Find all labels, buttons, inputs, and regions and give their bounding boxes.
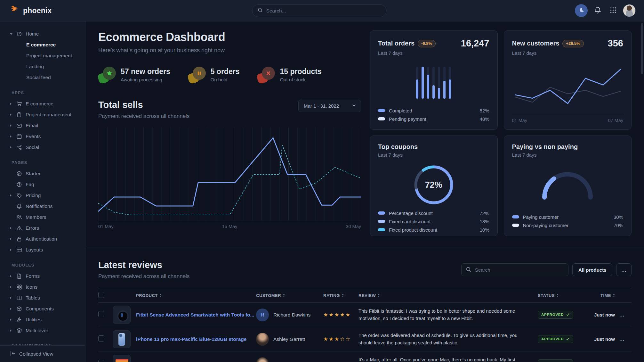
main-content: Ecommerce Dashboard Here's what's going … — [85, 21, 644, 362]
global-search[interactable] — [252, 4, 387, 17]
x-start-label: 01 May — [512, 118, 527, 123]
column-header-customer[interactable]: CUSTOMER — [256, 293, 281, 298]
total-sells-subtitle: Payment received across all channels — [98, 113, 189, 119]
table-row: Fitbit Sense Advanced Smartwatch with To… — [98, 303, 632, 327]
caret-right-icon — [10, 146, 13, 149]
sidebar-item-authentication[interactable]: Authentication — [10, 234, 85, 244]
order-bar — [443, 67, 446, 99]
box-icon — [16, 306, 22, 312]
layout-icon — [16, 247, 22, 253]
sidebar-item-errors[interactable]: Errors — [10, 223, 85, 234]
paying-gauge-chart — [540, 169, 595, 201]
row-more-button[interactable]: ... — [619, 361, 626, 362]
sidebar-item-members[interactable]: Members — [10, 212, 85, 223]
sort-icon — [378, 294, 380, 297]
caret-right-icon — [10, 124, 13, 127]
sidebar-item-components[interactable]: Components — [10, 303, 85, 314]
sidebar-item-layouts[interactable]: Layouts — [10, 244, 85, 255]
column-header-time[interactable]: TIME — [600, 293, 611, 298]
card-period: Last 7 days — [512, 50, 624, 56]
caret-right-icon — [10, 318, 13, 321]
tag-icon — [16, 193, 22, 198]
sidebar-item-home[interactable]: Home — [10, 29, 85, 39]
new-customers-value: 356 — [608, 38, 623, 49]
row-more-button[interactable]: ... — [619, 336, 626, 342]
reviews-search-input[interactable] — [461, 263, 568, 276]
sidebar-item-email[interactable]: Email — [10, 120, 85, 131]
row-checkbox[interactable] — [98, 360, 104, 362]
product-link[interactable]: iPhone 13 pro max-Pacific Blue-128GB sto… — [136, 336, 246, 342]
select-all-checkbox[interactable] — [98, 292, 104, 298]
review-time: Just now — [594, 336, 615, 342]
sidebar-item-social[interactable]: Social — [10, 142, 85, 153]
sidebar-item-events[interactable]: Events — [10, 131, 85, 142]
sidebar-item-icons[interactable]: Icons — [10, 282, 85, 292]
sidebar-item-social-feed[interactable]: Social feed — [10, 72, 85, 83]
sidebar-item-e-commerce[interactable]: E commerce — [10, 39, 85, 50]
column-header-review[interactable]: REVIEW — [358, 293, 376, 298]
stat-value: 57 new orders — [121, 67, 170, 76]
reviews-search[interactable] — [461, 263, 568, 276]
sidebar-item-faq[interactable]: Faq — [10, 179, 85, 190]
reviews-more-button[interactable]: ... — [616, 263, 632, 276]
top-navbar: phoenix — [0, 0, 644, 21]
users-icon — [16, 214, 22, 220]
chevron-down-icon — [352, 103, 356, 109]
stats-row: 57 new ordersAwating processing5 ordersO… — [98, 67, 361, 83]
sidebar-item-e-commerce[interactable]: E commerce — [10, 98, 85, 109]
notifications-button[interactable] — [592, 5, 603, 16]
grid-icon — [16, 284, 22, 290]
collapse-left-icon — [10, 350, 16, 358]
apps-grid-button[interactable] — [608, 5, 618, 16]
sidebar-item-pricing[interactable]: Pricing — [10, 190, 85, 201]
new-customers-line-chart — [512, 62, 624, 110]
page-scrollbar[interactable] — [641, 23, 643, 74]
theme-toggle-button[interactable] — [575, 4, 588, 17]
lock-icon — [16, 236, 22, 242]
legend-row: Completed52% — [378, 106, 489, 115]
column-header-product[interactable]: PRODUCT — [136, 293, 158, 298]
card-title: Total orders — [378, 40, 415, 47]
review-time: Just now — [594, 312, 615, 317]
sidebar-item-utilities[interactable]: Utilities — [10, 314, 85, 325]
new-customers-card: New customers +26.5% 356 Last 7 days 01 … — [504, 30, 632, 130]
sidebar-section-modules: MODULES — [10, 263, 85, 267]
sidebar-item-project-management[interactable]: Project management — [10, 109, 85, 120]
latest-reviews-section: Latest reviews Payment received across a… — [98, 247, 632, 362]
brand-name: phoenix — [23, 6, 52, 15]
date-range-select[interactable]: Mar 1 - 31, 2022 — [298, 100, 361, 112]
legend-swatch — [378, 220, 385, 223]
brand-logo[interactable]: phoenix — [10, 5, 52, 16]
sidebar-item-project-management[interactable]: Project management — [10, 50, 85, 61]
search-icon — [466, 267, 471, 274]
customer-name: Richard Dawkins — [273, 312, 310, 318]
sidebar-item-starter[interactable]: Starter — [10, 168, 85, 179]
sidebar-item-tables[interactable]: Tables — [10, 292, 85, 303]
sort-icon — [160, 294, 162, 297]
top-coupons-card: Top coupons Last 7 days 72% Percentage d… — [370, 136, 498, 236]
product-link[interactable]: Fitbit Sense Advanced Smartwatch with To… — [136, 312, 254, 318]
stat-awating-processing: 57 new ordersAwating processing — [98, 67, 170, 83]
column-header-rating[interactable]: RATING — [323, 293, 340, 298]
row-checkbox[interactable] — [98, 311, 104, 317]
sidebar-item-landing[interactable]: Landing — [10, 61, 85, 72]
sidebar-item-multi-level[interactable]: Multi level — [10, 325, 85, 336]
legend-row: Fixed card discount18% — [378, 217, 489, 226]
sidebar-item-forms[interactable]: Forms — [10, 271, 85, 282]
total-sells-title: Total sells — [98, 100, 189, 110]
nine-dots-grid-icon — [610, 7, 616, 14]
all-products-button[interactable]: All products — [572, 263, 613, 276]
status-badge: APPROVED — [538, 311, 573, 319]
row-checkbox[interactable] — [98, 335, 104, 341]
global-search-input[interactable] — [266, 8, 381, 14]
product-thumbnail — [113, 330, 131, 348]
sidebar-nav: HomeE commerceProject managementLandingS… — [0, 29, 85, 348]
column-header-status[interactable]: STATUS — [538, 293, 555, 298]
question-circle-icon — [16, 182, 22, 187]
customer-avatar: R — [256, 309, 269, 321]
row-more-button[interactable]: ... — [619, 312, 626, 317]
sidebar-item-notifications[interactable]: Notifications — [10, 201, 85, 212]
user-avatar[interactable] — [623, 4, 636, 17]
legend-row: Pending payment48% — [378, 115, 489, 123]
collapse-sidebar-button[interactable]: Collapsed View — [0, 345, 85, 362]
